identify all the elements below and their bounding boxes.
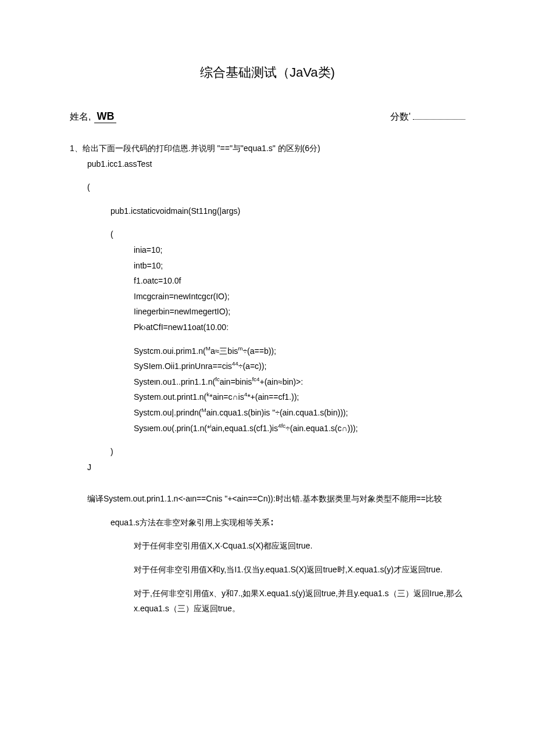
code-line: Imcgcrain=newIntcgcr(IO); <box>134 289 465 304</box>
document-page: 综合基础测试（JaVa类) 姓名, WB 分数' 1、给出下面一段代码的打印信恩… <box>0 0 535 663</box>
name-label: 姓名, <box>70 111 91 123</box>
code-line: ( <box>87 180 465 195</box>
name-field: 姓名, WB <box>70 110 116 123</box>
code-line: pub1.icc1.assTest <box>87 156 465 172</box>
code-line: SySIem.Oii1.prinUnra==cis44÷(a=c)); <box>134 359 465 374</box>
question-1: 1、给出下面一段代码的打印信恩.并说明 "=="与"equa1.s" 的区别(6… <box>70 141 465 617</box>
code-line: inia=10; <box>134 242 465 258</box>
code-line: J <box>87 460 465 475</box>
explain-5: 对于,任何非空引用值x、y和7.,如果X.equa1.s(y)返回true,并且… <box>134 586 465 617</box>
code-line: ) <box>110 444 465 460</box>
code-line: pub1.icstaticvoidmain(St11ng(|args) <box>110 203 465 219</box>
code-line: f1.oatc=10.0f <box>134 273 465 289</box>
code-line: Systcm.oui.prim1.n(Ma≈三bism÷(a==b)); <box>134 343 465 359</box>
page-title: 综合基础测试（JaVa类) <box>70 64 465 81</box>
code-line: ( <box>110 227 465 242</box>
header-row: 姓名, WB 分数' <box>70 110 465 123</box>
score-blank <box>413 119 465 120</box>
code-line: Systeιn.ou1..prin1.1.n(fcain=binisfc4+(a… <box>134 374 465 390</box>
explain-2: equa1.s方法在非空对象引用上实现相等关系∶ <box>110 515 465 531</box>
code-line: Pk›atCfI=new11oat(10.00: <box>134 320 465 335</box>
code-line: System.out.print1.n(k*ain=c∩is4*+(ain==c… <box>134 389 465 405</box>
name-value: WB <box>94 110 116 123</box>
explain-1: 编译System.out.prin1.1.n<-aιn==Cnis "+<ain… <box>87 491 465 507</box>
explain-4: 对于任何非空引用值X和y,当I1.仅当y.equa1.S(X)返回true时,X… <box>134 562 465 578</box>
explain-3: 对于任何非空引用值X,X·Cqua1.s(X)都应返回true. <box>134 538 465 554</box>
score-label: 分数' <box>390 111 411 123</box>
score-field: 分数' <box>390 111 465 123</box>
code-line: Iinegerbin=newImegertIO); <box>134 304 465 320</box>
q1-prompt: 1、给出下面一段代码的打印信恩.并说明 "=="与"equa1.s" 的区别(6… <box>70 141 465 156</box>
code-line: intb=10; <box>134 258 465 274</box>
code-line: Systcm.ou|.prindn(Main.cqua1.s(bin)is "÷… <box>134 405 465 421</box>
code-line: Sysιem.oυ(.prin(1.n(*iain,equa1.s(cf1.)i… <box>134 421 465 436</box>
